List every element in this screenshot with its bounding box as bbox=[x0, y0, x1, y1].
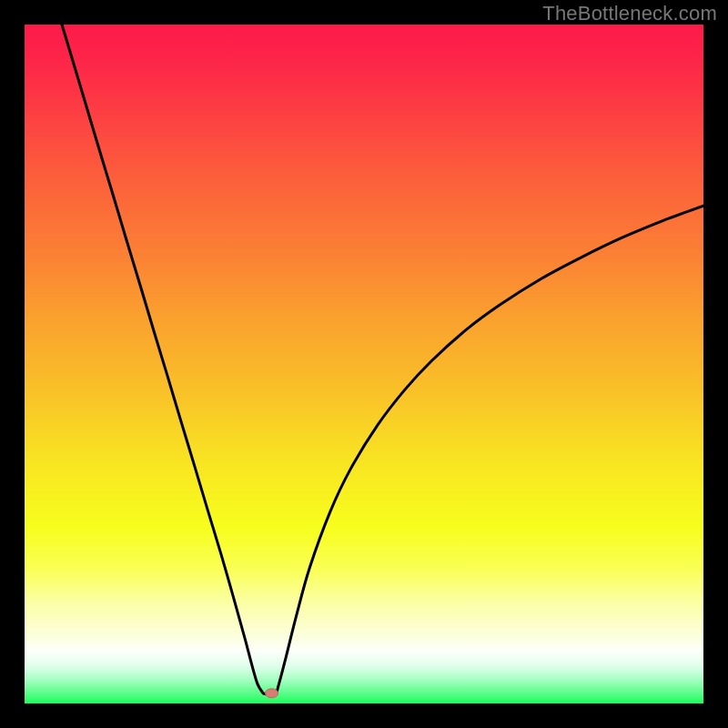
attribution-label: TheBottleneck.com bbox=[542, 2, 717, 25]
bottleneck-curve-chart bbox=[25, 25, 703, 703]
gradient-background bbox=[25, 25, 703, 703]
chart-frame: TheBottleneck.com bbox=[0, 0, 728, 728]
optimal-point-marker bbox=[266, 689, 278, 698]
plot-area bbox=[25, 25, 703, 703]
